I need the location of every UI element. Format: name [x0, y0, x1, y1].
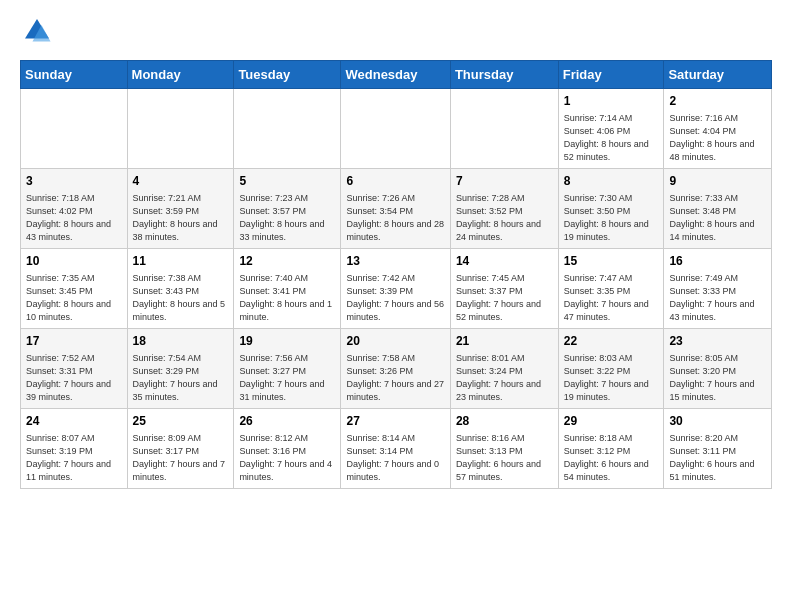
day-number: 4	[133, 173, 229, 190]
day-info: Sunrise: 8:16 AM Sunset: 3:13 PM Dayligh…	[456, 432, 553, 484]
page: SundayMondayTuesdayWednesdayThursdayFrid…	[0, 0, 792, 499]
calendar-cell: 22Sunrise: 8:03 AM Sunset: 3:22 PM Dayli…	[558, 328, 664, 408]
day-number: 12	[239, 253, 335, 270]
day-number: 13	[346, 253, 444, 270]
day-info: Sunrise: 8:09 AM Sunset: 3:17 PM Dayligh…	[133, 432, 229, 484]
calendar-cell: 7Sunrise: 7:28 AM Sunset: 3:52 PM Daylig…	[450, 168, 558, 248]
day-number: 14	[456, 253, 553, 270]
logo-icon	[22, 16, 52, 46]
weekday-header-tuesday: Tuesday	[234, 61, 341, 89]
day-number: 23	[669, 333, 766, 350]
weekday-header-thursday: Thursday	[450, 61, 558, 89]
day-info: Sunrise: 8:05 AM Sunset: 3:20 PM Dayligh…	[669, 352, 766, 404]
calendar-cell: 21Sunrise: 8:01 AM Sunset: 3:24 PM Dayli…	[450, 328, 558, 408]
day-info: Sunrise: 7:54 AM Sunset: 3:29 PM Dayligh…	[133, 352, 229, 404]
calendar-cell: 20Sunrise: 7:58 AM Sunset: 3:26 PM Dayli…	[341, 328, 450, 408]
day-number: 8	[564, 173, 659, 190]
day-info: Sunrise: 7:18 AM Sunset: 4:02 PM Dayligh…	[26, 192, 122, 244]
day-number: 21	[456, 333, 553, 350]
day-info: Sunrise: 8:03 AM Sunset: 3:22 PM Dayligh…	[564, 352, 659, 404]
calendar-week-row: 1Sunrise: 7:14 AM Sunset: 4:06 PM Daylig…	[21, 89, 772, 169]
calendar-cell: 24Sunrise: 8:07 AM Sunset: 3:19 PM Dayli…	[21, 408, 128, 488]
calendar-header-row: SundayMondayTuesdayWednesdayThursdayFrid…	[21, 61, 772, 89]
day-number: 5	[239, 173, 335, 190]
day-info: Sunrise: 7:58 AM Sunset: 3:26 PM Dayligh…	[346, 352, 444, 404]
day-number: 26	[239, 413, 335, 430]
weekday-header-wednesday: Wednesday	[341, 61, 450, 89]
day-info: Sunrise: 7:14 AM Sunset: 4:06 PM Dayligh…	[564, 112, 659, 164]
calendar-cell: 12Sunrise: 7:40 AM Sunset: 3:41 PM Dayli…	[234, 248, 341, 328]
day-info: Sunrise: 7:56 AM Sunset: 3:27 PM Dayligh…	[239, 352, 335, 404]
day-number: 15	[564, 253, 659, 270]
calendar-cell	[127, 89, 234, 169]
day-number: 7	[456, 173, 553, 190]
day-info: Sunrise: 7:16 AM Sunset: 4:04 PM Dayligh…	[669, 112, 766, 164]
day-info: Sunrise: 7:33 AM Sunset: 3:48 PM Dayligh…	[669, 192, 766, 244]
day-number: 6	[346, 173, 444, 190]
calendar-cell: 8Sunrise: 7:30 AM Sunset: 3:50 PM Daylig…	[558, 168, 664, 248]
day-info: Sunrise: 8:07 AM Sunset: 3:19 PM Dayligh…	[26, 432, 122, 484]
day-number: 25	[133, 413, 229, 430]
day-number: 18	[133, 333, 229, 350]
calendar-cell: 13Sunrise: 7:42 AM Sunset: 3:39 PM Dayli…	[341, 248, 450, 328]
day-info: Sunrise: 8:12 AM Sunset: 3:16 PM Dayligh…	[239, 432, 335, 484]
calendar-cell: 26Sunrise: 8:12 AM Sunset: 3:16 PM Dayli…	[234, 408, 341, 488]
day-number: 20	[346, 333, 444, 350]
day-info: Sunrise: 8:14 AM Sunset: 3:14 PM Dayligh…	[346, 432, 444, 484]
day-info: Sunrise: 7:28 AM Sunset: 3:52 PM Dayligh…	[456, 192, 553, 244]
day-number: 19	[239, 333, 335, 350]
day-info: Sunrise: 8:01 AM Sunset: 3:24 PM Dayligh…	[456, 352, 553, 404]
calendar-cell: 6Sunrise: 7:26 AM Sunset: 3:54 PM Daylig…	[341, 168, 450, 248]
day-number: 28	[456, 413, 553, 430]
weekday-header-friday: Friday	[558, 61, 664, 89]
day-info: Sunrise: 8:18 AM Sunset: 3:12 PM Dayligh…	[564, 432, 659, 484]
day-info: Sunrise: 7:35 AM Sunset: 3:45 PM Dayligh…	[26, 272, 122, 324]
calendar-cell: 14Sunrise: 7:45 AM Sunset: 3:37 PM Dayli…	[450, 248, 558, 328]
calendar-cell: 23Sunrise: 8:05 AM Sunset: 3:20 PM Dayli…	[664, 328, 772, 408]
calendar-cell: 4Sunrise: 7:21 AM Sunset: 3:59 PM Daylig…	[127, 168, 234, 248]
day-number: 30	[669, 413, 766, 430]
day-info: Sunrise: 7:49 AM Sunset: 3:33 PM Dayligh…	[669, 272, 766, 324]
day-info: Sunrise: 7:45 AM Sunset: 3:37 PM Dayligh…	[456, 272, 553, 324]
calendar-cell: 10Sunrise: 7:35 AM Sunset: 3:45 PM Dayli…	[21, 248, 128, 328]
calendar-cell: 27Sunrise: 8:14 AM Sunset: 3:14 PM Dayli…	[341, 408, 450, 488]
calendar-cell: 17Sunrise: 7:52 AM Sunset: 3:31 PM Dayli…	[21, 328, 128, 408]
calendar-cell: 15Sunrise: 7:47 AM Sunset: 3:35 PM Dayli…	[558, 248, 664, 328]
weekday-header-saturday: Saturday	[664, 61, 772, 89]
calendar-cell	[450, 89, 558, 169]
calendar-cell: 18Sunrise: 7:54 AM Sunset: 3:29 PM Dayli…	[127, 328, 234, 408]
day-info: Sunrise: 7:23 AM Sunset: 3:57 PM Dayligh…	[239, 192, 335, 244]
day-number: 17	[26, 333, 122, 350]
calendar-cell: 16Sunrise: 7:49 AM Sunset: 3:33 PM Dayli…	[664, 248, 772, 328]
day-info: Sunrise: 7:40 AM Sunset: 3:41 PM Dayligh…	[239, 272, 335, 324]
day-info: Sunrise: 7:42 AM Sunset: 3:39 PM Dayligh…	[346, 272, 444, 324]
day-number: 1	[564, 93, 659, 110]
day-number: 10	[26, 253, 122, 270]
logo	[20, 16, 56, 50]
calendar-cell: 2Sunrise: 7:16 AM Sunset: 4:04 PM Daylig…	[664, 89, 772, 169]
weekday-header-monday: Monday	[127, 61, 234, 89]
day-number: 2	[669, 93, 766, 110]
day-info: Sunrise: 7:26 AM Sunset: 3:54 PM Dayligh…	[346, 192, 444, 244]
calendar-cell: 29Sunrise: 8:18 AM Sunset: 3:12 PM Dayli…	[558, 408, 664, 488]
day-number: 16	[669, 253, 766, 270]
calendar-cell	[21, 89, 128, 169]
calendar-week-row: 17Sunrise: 7:52 AM Sunset: 3:31 PM Dayli…	[21, 328, 772, 408]
day-number: 11	[133, 253, 229, 270]
calendar-table: SundayMondayTuesdayWednesdayThursdayFrid…	[20, 60, 772, 489]
calendar-cell: 11Sunrise: 7:38 AM Sunset: 3:43 PM Dayli…	[127, 248, 234, 328]
calendar-cell: 3Sunrise: 7:18 AM Sunset: 4:02 PM Daylig…	[21, 168, 128, 248]
day-number: 29	[564, 413, 659, 430]
day-info: Sunrise: 7:38 AM Sunset: 3:43 PM Dayligh…	[133, 272, 229, 324]
calendar-cell: 28Sunrise: 8:16 AM Sunset: 3:13 PM Dayli…	[450, 408, 558, 488]
day-number: 24	[26, 413, 122, 430]
weekday-header-sunday: Sunday	[21, 61, 128, 89]
header	[20, 16, 772, 50]
calendar-cell: 9Sunrise: 7:33 AM Sunset: 3:48 PM Daylig…	[664, 168, 772, 248]
calendar-cell: 5Sunrise: 7:23 AM Sunset: 3:57 PM Daylig…	[234, 168, 341, 248]
day-info: Sunrise: 8:20 AM Sunset: 3:11 PM Dayligh…	[669, 432, 766, 484]
calendar-week-row: 24Sunrise: 8:07 AM Sunset: 3:19 PM Dayli…	[21, 408, 772, 488]
calendar-cell: 30Sunrise: 8:20 AM Sunset: 3:11 PM Dayli…	[664, 408, 772, 488]
calendar-week-row: 10Sunrise: 7:35 AM Sunset: 3:45 PM Dayli…	[21, 248, 772, 328]
day-number: 3	[26, 173, 122, 190]
